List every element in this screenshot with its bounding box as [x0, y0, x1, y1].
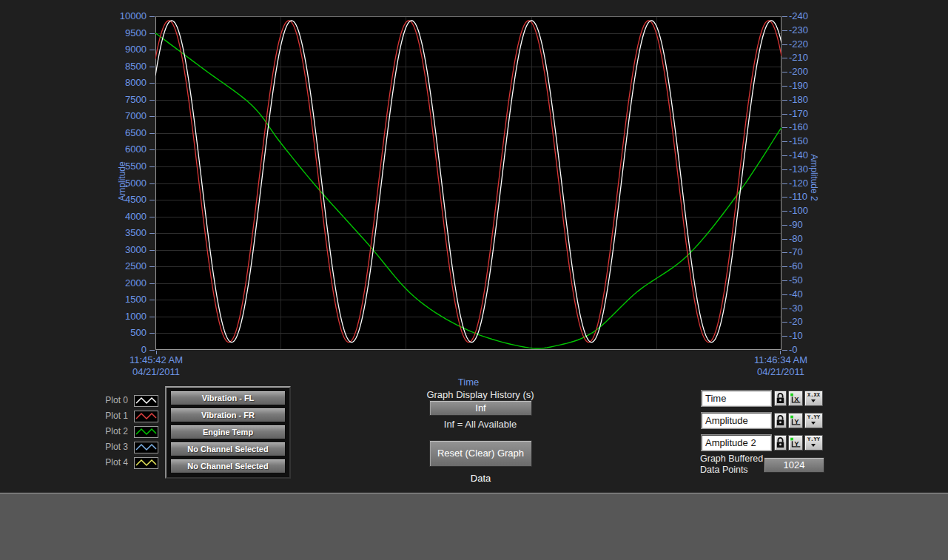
left-axis-tick-mark — [149, 266, 155, 267]
plot-legend-label: Plot 0 — [76, 395, 128, 405]
start-date: 04/21/2011 — [121, 366, 192, 378]
left-axis-tick-mark — [149, 50, 155, 50]
chevron-down-icon — [811, 399, 816, 405]
bottom-toolbar: Logging Interval (s) + - 0 — [0, 493, 948, 560]
history-value-field[interactable]: Inf — [429, 400, 532, 416]
left-axis-tick-label: 9000 — [93, 44, 147, 55]
right-axis-tick-label: -90 — [789, 220, 833, 230]
lock-autoscale-button[interactable] — [774, 435, 787, 451]
right-axis-tick-label: -40 — [789, 289, 833, 300]
right-axis-tick-mark — [782, 266, 787, 267]
right-axis-tick-mark — [782, 322, 787, 323]
left-axis-tick-label: 8000 — [93, 78, 147, 88]
left-axis-tick-label: 6000 — [93, 144, 147, 155]
left-axis-tick-mark — [149, 149, 155, 150]
autoscale-button[interactable]: X — [788, 391, 803, 406]
right-axis-tick-mark — [782, 86, 787, 87]
autoscale-button[interactable]: Y — [788, 413, 803, 428]
plot-line-icon — [135, 458, 158, 468]
left-axis-tick-mark — [149, 100, 155, 101]
right-axis-tick-label: -220 — [789, 39, 833, 50]
left-axis-tick-label: 10000 — [93, 11, 147, 21]
left-axis-tick-mark — [149, 133, 155, 134]
chevron-down-icon — [811, 444, 816, 449]
reset-graph-button[interactable]: Reset (Clear) Graph Data — [429, 440, 532, 467]
channel-select-button[interactable]: Vibration - FL — [170, 391, 286, 405]
left-axis-tick-label: 3000 — [93, 245, 147, 255]
scale-format-button[interactable]: X.XX — [804, 391, 823, 406]
plot-style-box[interactable] — [134, 411, 158, 422]
right-axis-tick-mark — [782, 350, 787, 351]
lock-autoscale-button[interactable] — [774, 391, 787, 406]
left-axis-tick-mark — [149, 16, 155, 17]
plot-line-icon — [135, 442, 158, 453]
right-axis-tick-label: -150 — [789, 136, 833, 146]
right-axis-tick-mark — [782, 58, 787, 58]
left-axis-tick-label: 7500 — [93, 95, 147, 105]
channel-select-button[interactable]: Vibration - FR — [170, 408, 286, 422]
scale-format-button[interactable]: Y.YY — [804, 435, 823, 451]
right-axis-tick-label: -170 — [789, 109, 833, 119]
right-axis-tick-label: -140 — [789, 150, 833, 161]
right-axis-tick-label: -80 — [789, 234, 833, 244]
x-axis-start-label: 11:45:42 AM 04/21/2011 — [121, 354, 192, 378]
right-axis-tick-label: -240 — [789, 11, 833, 21]
channel-select-button[interactable]: No Channel Selected — [170, 459, 286, 473]
channel-select-button[interactable]: No Channel Selected — [170, 442, 286, 456]
plot-style-box[interactable] — [134, 395, 158, 407]
left-axis-tick-mark — [149, 233, 155, 234]
left-axis-tick-mark — [149, 166, 155, 167]
right-axis-tick-mark — [782, 114, 787, 115]
channel-selector-panel: Vibration - FLVibration - FREngine TempN… — [165, 386, 291, 479]
axis-name-field[interactable] — [702, 413, 771, 428]
plot-style-box[interactable] — [134, 442, 158, 453]
autoscale-x-icon: X — [789, 391, 802, 405]
right-axis-tick-label: -230 — [789, 25, 833, 36]
chevron-down-icon — [811, 422, 816, 427]
start-time: 11:45:42 AM — [121, 354, 192, 366]
right-axis-tick-label: -180 — [789, 95, 833, 105]
autoscale-y-icon: Y — [789, 436, 802, 450]
right-axis-tick-label: -100 — [789, 206, 833, 216]
left-axis-tick-label: 1500 — [93, 294, 147, 305]
right-axis-tick-label: -120 — [789, 178, 833, 189]
left-axis-tick-mark — [149, 67, 155, 67]
plot-legend-label: Plot 4 — [76, 457, 128, 468]
right-axis-tick-mark — [782, 100, 787, 101]
plot-line-icon — [135, 396, 158, 406]
end-date: 04/21/2011 — [745, 366, 816, 378]
history-title: Graph Display History (s) — [406, 389, 554, 400]
app-window: Amplitude Amplitude 2 11:45:42 AM 04/21/… — [0, 0, 948, 560]
channel-select-button[interactable]: Engine Temp — [170, 425, 286, 439]
buffer-label: Graph Buffered Data Points — [700, 453, 764, 476]
left-axis-tick-label: 8500 — [93, 61, 147, 72]
left-axis-tick-label: 4000 — [93, 212, 147, 222]
plot-style-box[interactable] — [134, 426, 158, 438]
right-axis-tick-mark — [782, 197, 787, 198]
right-axis-tick-label: -200 — [789, 67, 833, 77]
left-axis-tick-label: 1000 — [93, 311, 147, 322]
svg-text:X: X — [794, 395, 799, 403]
plot-style-box[interactable] — [134, 457, 158, 469]
format-code: Y.YY — [807, 437, 820, 442]
left-axis-tick-mark — [149, 283, 155, 284]
right-axis-tick-label: -190 — [789, 81, 833, 91]
left-axis-tick-mark — [149, 116, 155, 117]
lock-autoscale-button[interactable] — [774, 413, 787, 428]
right-axis-tick-label: -50 — [789, 275, 833, 286]
right-axis-tick-mark — [782, 16, 787, 17]
right-axis-tick-label: -10 — [789, 331, 833, 341]
plot-line-icon — [135, 427, 158, 437]
autoscale-button[interactable]: Y — [788, 435, 803, 451]
right-axis-tick-label: -30 — [789, 303, 833, 314]
lock-icon — [775, 436, 786, 450]
right-axis-tick-mark — [782, 211, 787, 212]
scale-format-button[interactable]: Y.YY — [804, 413, 823, 428]
left-axis-tick-label: 6500 — [93, 128, 147, 138]
waveform-plot — [155, 16, 781, 350]
right-axis-tick-label: -210 — [789, 53, 833, 63]
left-axis-tick-label: 0 — [93, 345, 147, 355]
left-axis-tick-mark — [149, 217, 155, 217]
axis-name-field[interactable] — [702, 391, 771, 406]
axis-name-field[interactable] — [702, 435, 771, 451]
